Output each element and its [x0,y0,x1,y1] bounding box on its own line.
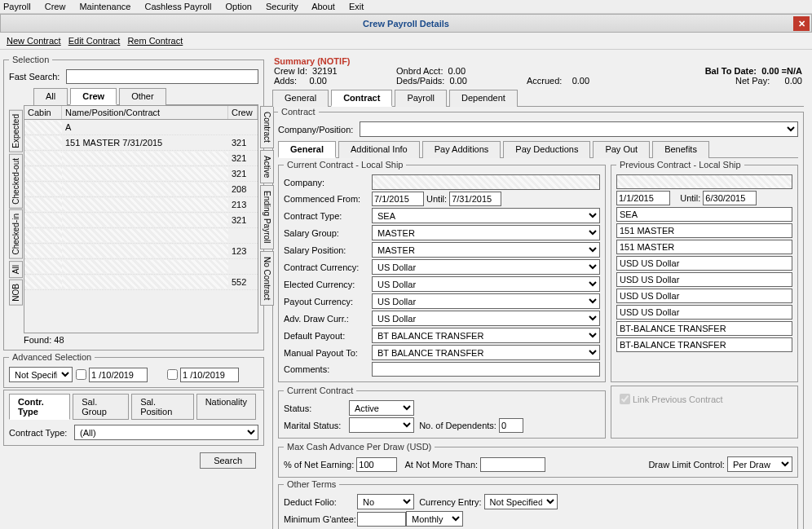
edit-contract-link[interactable]: Edit Contract [68,36,121,46]
advcur-select[interactable]: US Dollar [372,311,600,326]
menu-crew[interactable]: Crew [45,2,66,11]
adv-date2[interactable] [180,368,239,382]
status-lbl: Status: [284,403,349,413]
adv-spec-select[interactable]: Not Specified [9,367,73,382]
rem-contract-link[interactable]: Rem Contract [127,36,183,46]
table-row[interactable]: xx321 [24,166,258,182]
side-tab-expected[interactable]: Expected [9,110,23,152]
rtab-contract[interactable]: Contract [260,106,274,148]
stab-addinfo[interactable]: Additional Info [338,141,420,158]
onbrd-val: 0.00 [448,66,466,76]
menu-security[interactable]: Security [266,2,298,11]
ccur-select[interactable]: US Dollar [372,259,600,275]
comments-input[interactable] [372,362,600,377]
comp-pos-select[interactable] [360,121,798,137]
stab-payadd[interactable]: Pay Additions [422,141,501,158]
crew-table[interactable]: Cabin Name/Position/Contract Crew xAx151… [24,105,258,333]
status-select[interactable]: Active [349,400,414,416]
ftab-nat[interactable]: Nationality [196,394,256,420]
adv-check2[interactable] [167,369,178,380]
ftab-salgroup[interactable]: Sal. Group [73,394,129,420]
prev-value: USD US Dollar [616,272,792,287]
fast-search-input[interactable] [66,69,258,84]
side-tab-checkedout[interactable]: Checked-out [9,154,23,209]
defpay-select[interactable]: BT BALANCE TRANSFER [372,328,600,343]
other-terms-fs: Other Terms Deduct Folio: No Currency En… [278,479,798,529]
mtab-general[interactable]: General [272,90,329,107]
mtab-dependent[interactable]: Dependent [449,90,518,107]
until-date[interactable] [449,192,501,206]
company-select[interactable] [372,174,600,190]
mtab-contract[interactable]: Contract [331,90,392,107]
table-row[interactable]: xx321 [24,151,258,166]
deduct-select[interactable]: No [357,494,414,509]
atnot-input[interactable] [480,457,545,472]
ftab-salpos[interactable]: Sal. Position [131,394,194,420]
spos-lbl: Salary Position: [284,245,372,255]
table-row[interactable]: x151 MASTER 7/31/2015321 [24,135,258,151]
table-row[interactable]: xx [24,228,258,244]
ctype-select[interactable]: SEA [372,208,600,223]
stab-general[interactable]: General [278,141,336,158]
deduct-lbl: Deduct Folio: [284,497,357,507]
rtab-ending[interactable]: Ending Payroll [260,185,274,249]
menu-maintenance[interactable]: Maintenance [79,2,130,11]
tab-other[interactable]: Other [119,88,166,105]
rtab-nocontract[interactable]: No Contract [260,251,274,306]
stab-payout[interactable]: Pay Out [593,141,650,158]
ftab-contr[interactable]: Contr. Type [9,394,70,420]
summary-panel: Summary (NOTIF) Crew Id: 32191 Onbrd Acc… [267,53,809,89]
new-contract-link[interactable]: NNew Contractew Contract [7,36,61,46]
contract-type-select[interactable]: (All) [74,425,258,440]
col-crew[interactable]: Crew [228,106,258,119]
stab-benefits[interactable]: Benefits [652,141,709,158]
menu-exit[interactable]: Exit [349,2,364,11]
col-cabin[interactable]: Cabin [24,106,62,119]
search-button[interactable]: Search [200,452,256,469]
mtab-payroll[interactable]: Payroll [395,90,447,107]
table-row[interactable]: xA [24,120,258,135]
spos-select[interactable]: MASTER [372,242,600,258]
prev-from[interactable] [616,191,670,205]
menu-option[interactable]: Option [225,2,251,11]
menu-cashless[interactable]: Cashless Payroll [144,2,211,11]
col-name[interactable]: Name/Position/Contract [62,106,228,119]
rtab-active[interactable]: Active [260,150,274,183]
sgroup-select[interactable]: MASTER [372,225,600,240]
table-row[interactable]: xx [24,259,258,275]
prev-until[interactable] [703,191,757,205]
ecur-select[interactable]: US Dollar [372,276,600,292]
from-date[interactable] [372,192,424,206]
pct-input[interactable] [356,457,397,472]
curentry-select[interactable]: Not Specified [484,494,558,509]
side-tab-checkedin[interactable]: Checked-in [9,209,23,259]
menubar: Payroll Crew Maintenance Cashless Payrol… [0,0,812,14]
toolbar: NNew Contractew Contract Edit Contract R… [0,33,812,50]
drawlimit-select[interactable]: Per Draw [727,456,792,472]
close-icon[interactable]: ✕ [793,16,810,31]
table-row[interactable]: xx123 [24,244,258,259]
other-legend: Other Terms [284,479,339,489]
table-row[interactable]: xx321 [24,213,258,228]
accrued-val: 0.00 [572,76,589,86]
contract-legend: Contract [278,107,319,117]
menu-payroll[interactable]: Payroll [3,2,31,11]
table-row[interactable]: xx552 [24,275,258,290]
marital-select[interactable] [349,417,414,433]
pcur-select[interactable]: US Dollar [372,293,600,309]
table-row[interactable]: xx208 [24,182,258,197]
side-tab-all[interactable]: All [9,261,23,278]
side-tab-nob[interactable]: NOB [9,280,23,306]
tab-all[interactable]: All [33,88,68,105]
mingtee-select[interactable]: Monthly [406,511,463,527]
table-row[interactable]: xx213 [24,197,258,213]
dependents-input[interactable] [499,418,523,433]
mingtee-input[interactable] [357,512,406,527]
manpay-select[interactable]: BT BALANCE TRANSFER [372,345,600,360]
adv-date1[interactable] [89,368,148,382]
stab-payded[interactable]: Pay Deductions [503,141,590,158]
tab-crew[interactable]: Crew [70,88,117,105]
adv-check1[interactable] [76,369,86,380]
menu-about[interactable]: About [311,2,335,11]
found-label: Found: [24,335,51,345]
